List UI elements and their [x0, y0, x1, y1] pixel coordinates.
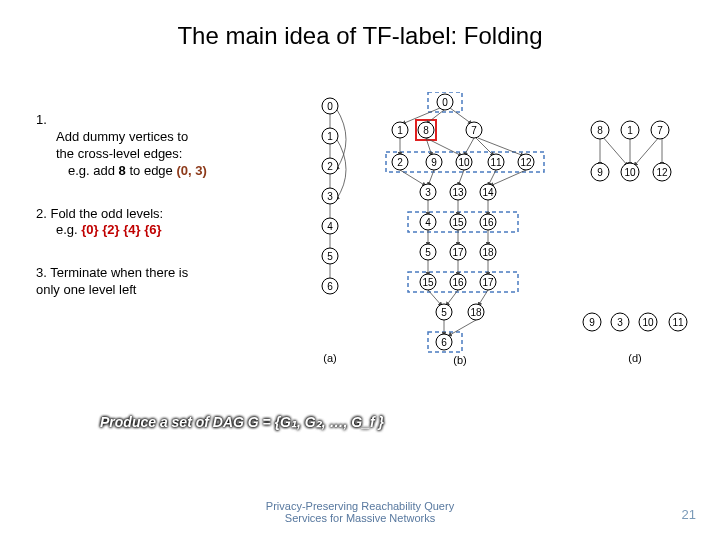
step2-line1: 2. Fold the odd levels:	[36, 206, 163, 221]
d-node-7: 7	[657, 125, 663, 136]
step1-eg-bold: 8	[119, 163, 126, 178]
b-node-0: 0	[442, 97, 448, 108]
b-node-lv7a: 5	[441, 307, 447, 318]
footer-line2: Services for Massive Networks	[285, 512, 435, 524]
b-node-18: 18	[482, 247, 494, 258]
steps-area: 1. Add dummy vertices to the cross-level…	[36, 112, 296, 325]
svg-line-72	[602, 136, 628, 166]
step1-eg-mid: to edge	[126, 163, 177, 178]
a-node-2: 2	[327, 161, 333, 172]
label-b: (b)	[453, 354, 466, 366]
a-node-5: 5	[327, 251, 333, 262]
step2-eg-prefix: e.g.	[56, 222, 81, 237]
b-node-lv6c: 17	[482, 277, 494, 288]
footer-line1: Privacy-Preserving Reachability Query	[266, 500, 454, 512]
label-d: (d)	[628, 352, 641, 364]
b-node-14: 14	[482, 187, 494, 198]
step2-sets: {0} {2} {4} {6}	[81, 222, 161, 237]
formula-prefix: Produce a set of DAG	[100, 414, 248, 430]
b-node-lv6a: 15	[422, 277, 434, 288]
b-node-4: 4	[425, 217, 431, 228]
b-node-17: 17	[452, 247, 464, 258]
b-node-5: 5	[425, 247, 431, 258]
page-number: 21	[682, 507, 696, 522]
formula-eq: G = {G₁, G₂, …, G_f }	[248, 414, 384, 430]
step-1: 1. Add dummy vertices to the cross-level…	[36, 112, 296, 180]
a-node-6: 6	[327, 281, 333, 292]
b-node-10: 10	[458, 157, 470, 168]
d2-node-10: 10	[642, 317, 654, 328]
a-node-0: 0	[327, 101, 333, 112]
svg-line-21	[450, 108, 472, 124]
b-node-16: 16	[482, 217, 494, 228]
d-node-12: 12	[656, 167, 668, 178]
b-node-2: 2	[397, 157, 403, 168]
label-a: (a)	[323, 352, 336, 364]
step1-line2: the cross-level edges:	[56, 146, 182, 161]
b-node-9: 9	[431, 157, 437, 168]
step1-line1: Add dummy vertices to	[56, 129, 188, 144]
svg-line-19	[402, 108, 440, 124]
a-node-1: 1	[327, 131, 333, 142]
b-node-8: 8	[423, 125, 429, 136]
b-node-12: 12	[520, 157, 532, 168]
step1-eg-prefix: e.g. add	[68, 163, 119, 178]
d2-node-11: 11	[672, 317, 684, 328]
step1-num: 1.	[36, 112, 47, 127]
footer: Privacy-Preserving Reachability Query Se…	[0, 500, 720, 524]
b-node-11: 11	[490, 157, 502, 168]
step-2: 2. Fold the odd levels: e.g. {0} {2} {4}…	[36, 206, 296, 240]
a-node-3: 3	[327, 191, 333, 202]
graph-a: 0 1 2 3 4 5 6 (a)	[322, 98, 346, 364]
step-3: 3. Terminate when there is only one leve…	[36, 265, 296, 299]
d2-node-9: 9	[589, 317, 595, 328]
d-node-1: 1	[627, 125, 633, 136]
svg-line-74	[634, 136, 660, 166]
b-node-lv7b: 18	[470, 307, 482, 318]
a-node-4: 4	[327, 221, 333, 232]
b-node-15: 15	[452, 217, 464, 228]
svg-line-25	[464, 138, 474, 156]
d-node-10: 10	[624, 167, 636, 178]
b-node-3: 3	[425, 187, 431, 198]
b-node-7: 7	[471, 125, 477, 136]
graph-d: 8 1 7 9 10 12 9 3 10 11 (d)	[583, 121, 687, 364]
d2-node-3: 3	[617, 317, 623, 328]
d-node-8: 8	[597, 125, 603, 136]
graph-b: 0 1 8 7 2 9 10 11 12 3 13 14 4 15 16 5 1…	[386, 92, 544, 366]
step1-eg-edge: (0, 3)	[176, 163, 206, 178]
b-node-6: 6	[441, 337, 447, 348]
b-node-13: 13	[452, 187, 464, 198]
slide-title: The main idea of TF-label: Folding	[0, 0, 720, 50]
d-node-9: 9	[597, 167, 603, 178]
diagram-area: 0 1 2 3 4 5 6 (a) 0 1 8 7 2 9 1	[300, 92, 710, 372]
step3-line2: only one level left	[36, 282, 136, 297]
b-node-lv6b: 16	[452, 277, 464, 288]
formula: Produce a set of DAG G = {G₁, G₂, …, G_f…	[100, 414, 384, 430]
b-node-1: 1	[397, 125, 403, 136]
step3-line1: 3. Terminate when there is	[36, 265, 188, 280]
